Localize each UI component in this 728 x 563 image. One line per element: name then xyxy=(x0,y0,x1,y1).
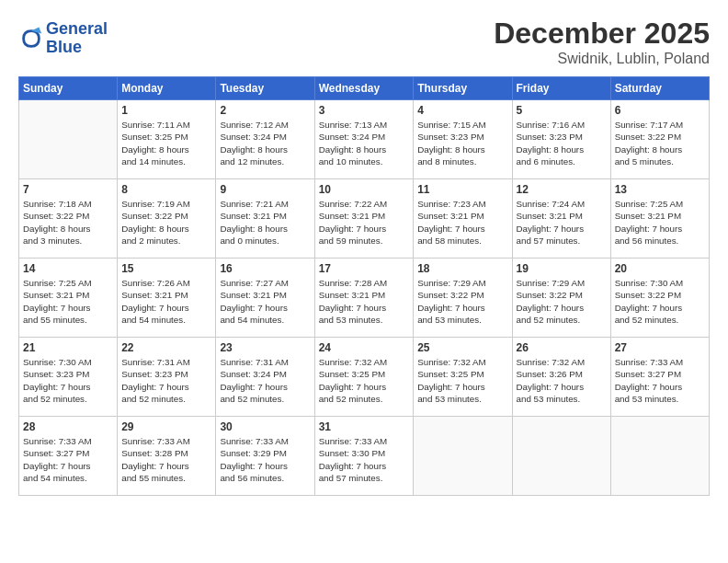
day-number: 10 xyxy=(319,182,410,197)
day-info: Sunrise: 7:25 AMSunset: 3:21 PMDaylight:… xyxy=(23,277,113,326)
day-number: 23 xyxy=(220,340,310,355)
day-number: 20 xyxy=(615,261,705,276)
month-title: December 2025 xyxy=(494,17,710,51)
week-row-5: 28Sunrise: 7:33 AMSunset: 3:27 PMDayligh… xyxy=(19,417,710,496)
day-info: Sunrise: 7:33 AMSunset: 3:27 PMDaylight:… xyxy=(23,435,113,484)
day-number: 9 xyxy=(220,182,310,197)
header: General Blue December 2025 Swidnik, Lubl… xyxy=(18,17,710,67)
day-cell xyxy=(512,417,610,496)
day-cell: 24Sunrise: 7:32 AMSunset: 3:25 PMDayligh… xyxy=(314,338,414,417)
day-cell xyxy=(414,417,512,496)
day-cell: 15Sunrise: 7:26 AMSunset: 3:21 PMDayligh… xyxy=(118,259,216,338)
day-cell: 21Sunrise: 7:30 AMSunset: 3:23 PMDayligh… xyxy=(19,338,118,417)
day-number: 6 xyxy=(615,103,705,118)
day-info: Sunrise: 7:24 AMSunset: 3:21 PMDaylight:… xyxy=(517,198,607,247)
day-number: 14 xyxy=(23,261,113,276)
day-info: Sunrise: 7:32 AMSunset: 3:25 PMDaylight:… xyxy=(319,356,410,405)
day-info: Sunrise: 7:26 AMSunset: 3:21 PMDaylight:… xyxy=(121,277,211,326)
day-info: Sunrise: 7:33 AMSunset: 3:27 PMDaylight:… xyxy=(615,356,705,405)
day-cell xyxy=(19,100,118,179)
day-info: Sunrise: 7:31 AMSunset: 3:24 PMDaylight:… xyxy=(220,356,310,405)
day-number: 17 xyxy=(319,261,410,276)
day-cell: 5Sunrise: 7:16 AMSunset: 3:23 PMDaylight… xyxy=(512,100,610,179)
calendar-body: 1Sunrise: 7:11 AMSunset: 3:25 PMDaylight… xyxy=(19,100,710,496)
logo-line1: General xyxy=(46,20,108,39)
day-cell: 25Sunrise: 7:32 AMSunset: 3:25 PMDayligh… xyxy=(414,338,512,417)
day-cell: 18Sunrise: 7:29 AMSunset: 3:22 PMDayligh… xyxy=(414,259,512,338)
day-number: 12 xyxy=(517,182,607,197)
logo-icon xyxy=(18,26,44,52)
day-info: Sunrise: 7:11 AMSunset: 3:25 PMDaylight:… xyxy=(121,119,211,167)
day-cell xyxy=(610,417,709,496)
day-cell: 28Sunrise: 7:33 AMSunset: 3:27 PMDayligh… xyxy=(19,417,118,496)
day-number: 15 xyxy=(121,261,211,276)
week-row-3: 14Sunrise: 7:25 AMSunset: 3:21 PMDayligh… xyxy=(19,259,710,338)
day-number: 19 xyxy=(517,261,607,276)
day-number: 30 xyxy=(220,419,310,434)
day-cell: 3Sunrise: 7:13 AMSunset: 3:24 PMDaylight… xyxy=(314,100,414,179)
day-cell: 2Sunrise: 7:12 AMSunset: 3:24 PMDaylight… xyxy=(216,100,314,179)
day-cell: 12Sunrise: 7:24 AMSunset: 3:21 PMDayligh… xyxy=(512,179,610,259)
calendar-header: SundayMondayTuesdayWednesdayThursdayFrid… xyxy=(19,77,710,100)
day-info: Sunrise: 7:17 AMSunset: 3:22 PMDaylight:… xyxy=(615,119,705,167)
day-cell: 14Sunrise: 7:25 AMSunset: 3:21 PMDayligh… xyxy=(19,259,118,338)
day-info: Sunrise: 7:12 AMSunset: 3:24 PMDaylight:… xyxy=(220,119,310,167)
day-info: Sunrise: 7:31 AMSunset: 3:23 PMDaylight:… xyxy=(121,356,211,405)
day-number: 7 xyxy=(23,182,113,197)
day-cell: 11Sunrise: 7:23 AMSunset: 3:21 PMDayligh… xyxy=(414,179,512,259)
logo: General Blue xyxy=(18,20,108,57)
day-cell: 30Sunrise: 7:33 AMSunset: 3:29 PMDayligh… xyxy=(216,417,314,496)
day-cell: 27Sunrise: 7:33 AMSunset: 3:27 PMDayligh… xyxy=(610,338,709,417)
day-number: 16 xyxy=(220,261,310,276)
day-cell: 6Sunrise: 7:17 AMSunset: 3:22 PMDaylight… xyxy=(610,100,709,179)
page: General Blue December 2025 Swidnik, Lubl… xyxy=(0,0,728,563)
day-number: 21 xyxy=(23,340,113,355)
day-number: 27 xyxy=(615,340,705,355)
weekday-wednesday: Wednesday xyxy=(314,77,414,100)
day-number: 31 xyxy=(319,419,410,434)
day-info: Sunrise: 7:18 AMSunset: 3:22 PMDaylight:… xyxy=(23,198,113,247)
weekday-sunday: Sunday xyxy=(19,77,118,100)
day-number: 5 xyxy=(517,103,607,118)
day-cell: 16Sunrise: 7:27 AMSunset: 3:21 PMDayligh… xyxy=(216,259,314,338)
day-info: Sunrise: 7:13 AMSunset: 3:24 PMDaylight:… xyxy=(319,119,410,167)
day-number: 4 xyxy=(417,103,507,118)
day-number: 13 xyxy=(615,182,705,197)
day-number: 25 xyxy=(417,340,507,355)
day-cell: 13Sunrise: 7:25 AMSunset: 3:21 PMDayligh… xyxy=(610,179,709,259)
logo-line2: Blue xyxy=(46,39,108,57)
day-info: Sunrise: 7:29 AMSunset: 3:22 PMDaylight:… xyxy=(417,277,507,326)
week-row-2: 7Sunrise: 7:18 AMSunset: 3:22 PMDaylight… xyxy=(19,179,710,259)
day-number: 3 xyxy=(319,103,410,118)
day-info: Sunrise: 7:19 AMSunset: 3:22 PMDaylight:… xyxy=(121,198,211,247)
week-row-1: 1Sunrise: 7:11 AMSunset: 3:25 PMDaylight… xyxy=(19,100,710,179)
day-cell: 7Sunrise: 7:18 AMSunset: 3:22 PMDaylight… xyxy=(19,179,118,259)
day-number: 28 xyxy=(23,419,113,434)
day-cell: 10Sunrise: 7:22 AMSunset: 3:21 PMDayligh… xyxy=(314,179,414,259)
day-number: 18 xyxy=(417,261,507,276)
day-info: Sunrise: 7:33 AMSunset: 3:29 PMDaylight:… xyxy=(220,435,310,484)
day-cell: 31Sunrise: 7:33 AMSunset: 3:30 PMDayligh… xyxy=(314,417,414,496)
day-info: Sunrise: 7:30 AMSunset: 3:23 PMDaylight:… xyxy=(23,356,113,405)
day-info: Sunrise: 7:16 AMSunset: 3:23 PMDaylight:… xyxy=(517,119,607,167)
day-cell: 17Sunrise: 7:28 AMSunset: 3:21 PMDayligh… xyxy=(314,259,414,338)
day-cell: 23Sunrise: 7:31 AMSunset: 3:24 PMDayligh… xyxy=(216,338,314,417)
day-cell: 9Sunrise: 7:21 AMSunset: 3:21 PMDaylight… xyxy=(216,179,314,259)
day-info: Sunrise: 7:32 AMSunset: 3:25 PMDaylight:… xyxy=(417,356,507,405)
day-info: Sunrise: 7:29 AMSunset: 3:22 PMDaylight:… xyxy=(517,277,607,326)
calendar: SundayMondayTuesdayWednesdayThursdayFrid… xyxy=(18,76,710,496)
day-cell: 1Sunrise: 7:11 AMSunset: 3:25 PMDaylight… xyxy=(118,100,216,179)
day-number: 29 xyxy=(121,419,211,434)
day-info: Sunrise: 7:15 AMSunset: 3:23 PMDaylight:… xyxy=(417,119,507,167)
day-cell: 19Sunrise: 7:29 AMSunset: 3:22 PMDayligh… xyxy=(512,259,610,338)
weekday-thursday: Thursday xyxy=(414,77,512,100)
day-number: 24 xyxy=(319,340,410,355)
day-number: 22 xyxy=(121,340,211,355)
day-info: Sunrise: 7:22 AMSunset: 3:21 PMDaylight:… xyxy=(319,198,410,247)
day-info: Sunrise: 7:30 AMSunset: 3:22 PMDaylight:… xyxy=(615,277,705,326)
day-info: Sunrise: 7:33 AMSunset: 3:28 PMDaylight:… xyxy=(121,435,211,484)
day-number: 1 xyxy=(121,103,211,118)
day-cell: 26Sunrise: 7:32 AMSunset: 3:26 PMDayligh… xyxy=(512,338,610,417)
week-row-4: 21Sunrise: 7:30 AMSunset: 3:23 PMDayligh… xyxy=(19,338,710,417)
day-cell: 20Sunrise: 7:30 AMSunset: 3:22 PMDayligh… xyxy=(610,259,709,338)
